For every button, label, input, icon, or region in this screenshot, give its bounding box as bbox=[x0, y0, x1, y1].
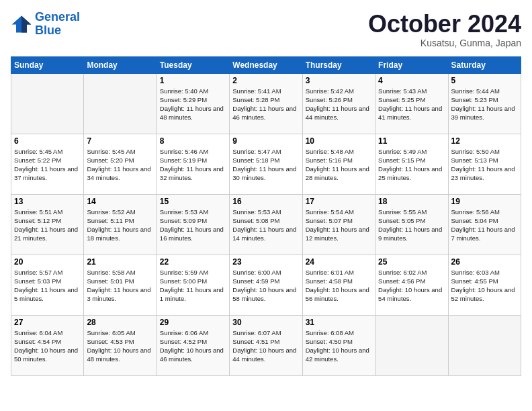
day-number: 31 bbox=[306, 318, 372, 327]
day-number: 20 bbox=[14, 257, 81, 267]
day-number: 16 bbox=[232, 197, 299, 206]
day-info: Sunrise: 5:49 AMSunset: 5:15 PMDaylight:… bbox=[378, 147, 445, 183]
day-info: Sunrise: 6:05 AMSunset: 4:53 PMDaylight:… bbox=[87, 328, 153, 364]
day-info: Sunrise: 5:53 AMSunset: 5:08 PMDaylight:… bbox=[232, 208, 299, 243]
day-number: 29 bbox=[160, 318, 226, 327]
calendar-cell: 20Sunrise: 5:57 AMSunset: 5:03 PMDayligh… bbox=[11, 255, 84, 315]
weekday-header-tuesday: Tuesday bbox=[157, 56, 229, 73]
weekday-header-sunday: Sunday bbox=[11, 56, 84, 73]
calendar-cell: 2Sunrise: 5:41 AMSunset: 5:28 PMDaylight… bbox=[230, 73, 302, 134]
week-row-2: 6Sunrise: 5:45 AMSunset: 5:22 PMDaylight… bbox=[11, 134, 521, 194]
calendar-cell: 22Sunrise: 5:59 AMSunset: 5:00 PMDayligh… bbox=[157, 255, 229, 315]
day-number: 21 bbox=[87, 257, 153, 267]
calendar-cell: 18Sunrise: 5:55 AMSunset: 5:05 PMDayligh… bbox=[375, 194, 448, 255]
calendar-cell: 3Sunrise: 5:42 AMSunset: 5:26 PMDaylight… bbox=[302, 73, 375, 134]
day-number: 23 bbox=[232, 257, 299, 267]
day-info: Sunrise: 5:57 AMSunset: 5:03 PMDaylight:… bbox=[14, 268, 81, 304]
day-number: 28 bbox=[87, 318, 153, 327]
day-info: Sunrise: 6:00 AMSunset: 4:59 PMDaylight:… bbox=[232, 268, 299, 304]
day-number: 25 bbox=[378, 257, 445, 267]
logo-text: General Blue bbox=[35, 11, 80, 38]
logo-icon bbox=[11, 15, 32, 34]
calendar-cell bbox=[448, 315, 521, 375]
day-number: 4 bbox=[378, 76, 445, 85]
day-number: 8 bbox=[160, 136, 226, 146]
day-info: Sunrise: 5:44 AMSunset: 5:23 PMDaylight:… bbox=[451, 87, 518, 122]
calendar-cell: 6Sunrise: 5:45 AMSunset: 5:22 PMDaylight… bbox=[11, 134, 84, 194]
day-info: Sunrise: 5:53 AMSunset: 5:09 PMDaylight:… bbox=[160, 208, 226, 243]
week-row-4: 20Sunrise: 5:57 AMSunset: 5:03 PMDayligh… bbox=[11, 255, 521, 315]
day-info: Sunrise: 5:56 AMSunset: 5:04 PMDaylight:… bbox=[451, 208, 518, 243]
day-info: Sunrise: 5:52 AMSunset: 5:11 PMDaylight:… bbox=[87, 208, 153, 243]
day-info: Sunrise: 5:41 AMSunset: 5:28 PMDaylight:… bbox=[232, 87, 299, 122]
day-number: 30 bbox=[232, 318, 299, 327]
calendar-cell: 4Sunrise: 5:43 AMSunset: 5:25 PMDaylight… bbox=[375, 73, 448, 134]
day-info: Sunrise: 6:01 AMSunset: 4:58 PMDaylight:… bbox=[306, 268, 372, 304]
week-row-1: 1Sunrise: 5:40 AMSunset: 5:29 PMDaylight… bbox=[11, 73, 521, 134]
week-row-5: 27Sunrise: 6:04 AMSunset: 4:54 PMDayligh… bbox=[11, 315, 521, 375]
calendar-cell: 10Sunrise: 5:48 AMSunset: 5:16 PMDayligh… bbox=[302, 134, 375, 194]
calendar-cell: 12Sunrise: 5:50 AMSunset: 5:13 PMDayligh… bbox=[448, 134, 521, 194]
calendar-cell: 11Sunrise: 5:49 AMSunset: 5:15 PMDayligh… bbox=[375, 134, 448, 194]
calendar-cell: 17Sunrise: 5:54 AMSunset: 5:07 PMDayligh… bbox=[302, 194, 375, 255]
day-number: 2 bbox=[232, 76, 299, 85]
weekday-header-wednesday: Wednesday bbox=[230, 56, 302, 73]
calendar-cell: 8Sunrise: 5:46 AMSunset: 5:19 PMDaylight… bbox=[157, 134, 229, 194]
day-info: Sunrise: 5:40 AMSunset: 5:29 PMDaylight:… bbox=[160, 87, 226, 122]
day-info: Sunrise: 5:50 AMSunset: 5:13 PMDaylight:… bbox=[451, 147, 518, 183]
calendar-cell: 26Sunrise: 6:03 AMSunset: 4:55 PMDayligh… bbox=[448, 255, 521, 315]
calendar-cell: 24Sunrise: 6:01 AMSunset: 4:58 PMDayligh… bbox=[302, 255, 375, 315]
title-block: October 2024 Kusatsu, Gunma, Japan bbox=[368, 11, 521, 48]
day-info: Sunrise: 5:58 AMSunset: 5:01 PMDaylight:… bbox=[87, 268, 153, 304]
day-number: 22 bbox=[160, 257, 226, 267]
day-number: 11 bbox=[378, 136, 445, 146]
day-number: 7 bbox=[87, 136, 153, 146]
day-info: Sunrise: 6:07 AMSunset: 4:51 PMDaylight:… bbox=[232, 328, 299, 364]
calendar-cell: 23Sunrise: 6:00 AMSunset: 4:59 PMDayligh… bbox=[230, 255, 302, 315]
weekday-header-thursday: Thursday bbox=[302, 56, 375, 73]
day-number: 3 bbox=[306, 76, 372, 85]
day-info: Sunrise: 6:06 AMSunset: 4:52 PMDaylight:… bbox=[160, 328, 226, 364]
calendar-cell: 13Sunrise: 5:51 AMSunset: 5:12 PMDayligh… bbox=[11, 194, 84, 255]
day-info: Sunrise: 5:46 AMSunset: 5:19 PMDaylight:… bbox=[160, 147, 226, 183]
day-info: Sunrise: 6:02 AMSunset: 4:56 PMDaylight:… bbox=[378, 268, 445, 304]
day-info: Sunrise: 6:03 AMSunset: 4:55 PMDaylight:… bbox=[451, 268, 518, 304]
weekday-header-monday: Monday bbox=[84, 56, 157, 73]
logo: General Blue bbox=[11, 11, 80, 38]
day-number: 12 bbox=[451, 136, 518, 146]
day-number: 13 bbox=[14, 197, 81, 206]
day-number: 18 bbox=[378, 197, 445, 206]
calendar-cell: 25Sunrise: 6:02 AMSunset: 4:56 PMDayligh… bbox=[375, 255, 448, 315]
calendar-cell: 15Sunrise: 5:53 AMSunset: 5:09 PMDayligh… bbox=[157, 194, 229, 255]
day-info: Sunrise: 5:59 AMSunset: 5:00 PMDaylight:… bbox=[160, 268, 226, 304]
day-info: Sunrise: 6:04 AMSunset: 4:54 PMDaylight:… bbox=[14, 328, 81, 364]
day-number: 9 bbox=[232, 136, 299, 146]
day-info: Sunrise: 5:55 AMSunset: 5:05 PMDaylight:… bbox=[378, 208, 445, 243]
calendar-cell: 1Sunrise: 5:40 AMSunset: 5:29 PMDaylight… bbox=[157, 73, 229, 134]
day-number: 14 bbox=[87, 197, 153, 206]
location-subtitle: Kusatsu, Gunma, Japan bbox=[368, 38, 521, 48]
day-info: Sunrise: 5:45 AMSunset: 5:22 PMDaylight:… bbox=[14, 147, 81, 183]
calendar-cell: 7Sunrise: 5:45 AMSunset: 5:20 PMDaylight… bbox=[84, 134, 157, 194]
calendar-cell: 21Sunrise: 5:58 AMSunset: 5:01 PMDayligh… bbox=[84, 255, 157, 315]
calendar-cell bbox=[84, 73, 157, 134]
calendar-cell: 31Sunrise: 6:08 AMSunset: 4:50 PMDayligh… bbox=[302, 315, 375, 375]
calendar-cell: 29Sunrise: 6:06 AMSunset: 4:52 PMDayligh… bbox=[157, 315, 229, 375]
month-title: October 2024 bbox=[368, 11, 521, 38]
day-info: Sunrise: 5:51 AMSunset: 5:12 PMDaylight:… bbox=[14, 208, 81, 243]
day-number: 26 bbox=[451, 257, 518, 267]
day-number: 1 bbox=[160, 76, 226, 85]
day-info: Sunrise: 5:54 AMSunset: 5:07 PMDaylight:… bbox=[306, 208, 372, 243]
day-number: 10 bbox=[306, 136, 372, 146]
day-number: 15 bbox=[160, 197, 226, 206]
day-number: 19 bbox=[451, 197, 518, 206]
day-info: Sunrise: 5:42 AMSunset: 5:26 PMDaylight:… bbox=[306, 87, 372, 122]
day-number: 5 bbox=[451, 76, 518, 85]
day-number: 24 bbox=[306, 257, 372, 267]
week-row-3: 13Sunrise: 5:51 AMSunset: 5:12 PMDayligh… bbox=[11, 194, 521, 255]
weekday-header-friday: Friday bbox=[375, 56, 448, 73]
calendar-cell bbox=[11, 73, 84, 134]
calendar-cell: 5Sunrise: 5:44 AMSunset: 5:23 PMDaylight… bbox=[448, 73, 521, 134]
day-number: 17 bbox=[306, 197, 372, 206]
calendar-cell: 19Sunrise: 5:56 AMSunset: 5:04 PMDayligh… bbox=[448, 194, 521, 255]
